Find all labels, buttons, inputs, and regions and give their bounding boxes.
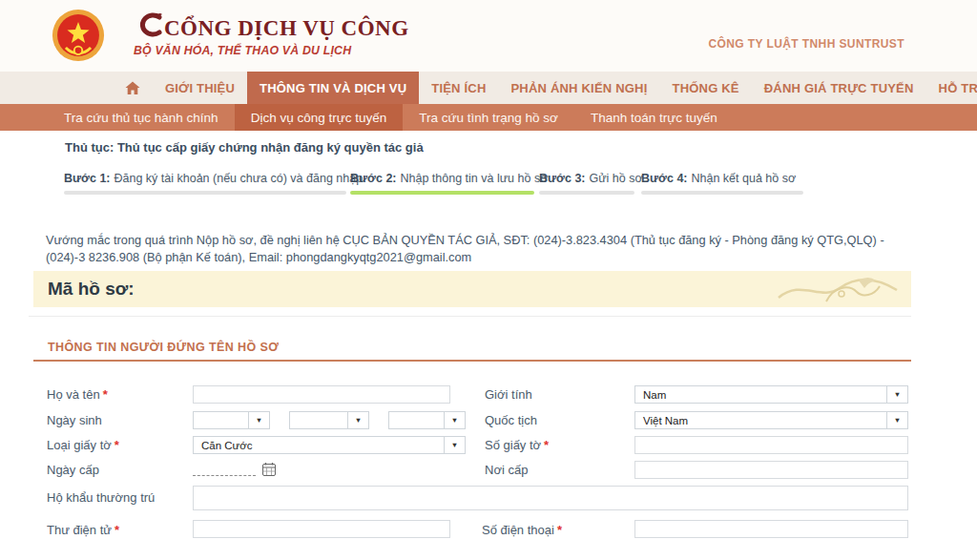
- nav-thong-ke[interactable]: THỐNG KÊ: [660, 72, 752, 104]
- doc-type-select[interactable]: Căn Cước ▼: [193, 436, 466, 454]
- permanent-address-label: Hộ khẩu thường trú: [47, 490, 155, 505]
- vietnam-emblem-icon: [52, 9, 105, 62]
- step-3-text: Gửi hồ sơ: [590, 172, 643, 185]
- decorative-bird-watermark-icon: [775, 273, 904, 305]
- site-title: CỔNG DỊCH VỤ CÔNG: [164, 17, 409, 39]
- step-2-text: Nhập thông tin và lưu hồ sơ: [401, 172, 549, 185]
- nationality-label: Quốc tịch: [485, 413, 537, 427]
- divider-line: [29, 316, 911, 317]
- step-2-label: Bước 2:: [350, 172, 397, 185]
- calendar-icon: [261, 462, 277, 477]
- required-mark: *: [103, 387, 108, 402]
- birth-year-select-value: [389, 412, 444, 428]
- step-3-bar: [539, 191, 634, 195]
- required-mark: *: [114, 438, 119, 452]
- birth-day-select[interactable]: ▼: [193, 411, 270, 429]
- chevron-down-icon[interactable]: ▼: [886, 412, 907, 428]
- nav-phan-anh-kien-nghi[interactable]: PHẢN ÁNH KIẾN NGHỊ: [499, 72, 660, 104]
- nav-thong-tin-va-dich-vu[interactable]: THÔNG TIN VÀ DỊCH VỤ: [247, 72, 419, 104]
- chevron-down-icon[interactable]: ▼: [444, 437, 465, 453]
- subnav-tra-cuu-tinh-trang[interactable]: Tra cứu tình trạng hồ sơ: [403, 104, 574, 131]
- issue-date-input[interactable]: [193, 461, 256, 476]
- birth-year-select[interactable]: ▼: [388, 411, 466, 429]
- birth-month-select[interactable]: ▼: [289, 411, 369, 429]
- gender-label: Giới tính: [485, 387, 532, 402]
- permanent-address-input[interactable]: [193, 486, 908, 510]
- subnav-tra-cuu-thu-tuc[interactable]: Tra cứu thủ tục hành chính: [48, 104, 235, 131]
- required-mark: *: [557, 523, 562, 537]
- subnav-thanh-toan-truc-tuyen[interactable]: Thanh toán trực tuyến: [574, 104, 734, 131]
- subnav-dich-vu-cong-truc-tuyen[interactable]: Dịch vụ công trực tuyến: [235, 104, 404, 131]
- home-icon: [125, 81, 140, 95]
- nationality-select[interactable]: Việt Nam ▼: [634, 411, 908, 429]
- required-mark: *: [544, 438, 549, 452]
- calendar-button[interactable]: [261, 462, 277, 477]
- phone-input[interactable]: [634, 520, 908, 538]
- nav-gioi-thieu[interactable]: GIỚI THIỆU: [153, 72, 247, 104]
- chevron-down-icon[interactable]: ▼: [886, 386, 907, 403]
- step-2-bar: [350, 191, 534, 195]
- chevron-down-icon[interactable]: ▼: [248, 412, 269, 428]
- step-1-bar: [64, 191, 346, 195]
- birth-day-select-value: [194, 412, 248, 428]
- nav-home[interactable]: [113, 72, 153, 104]
- email-input[interactable]: [193, 520, 450, 538]
- step-4-bar: [641, 191, 803, 195]
- full-name-label: Họ và tên*: [47, 387, 108, 402]
- doc-type-label: Loại giấy tờ*: [47, 438, 119, 452]
- header: CỔNG DỊCH VỤ CÔNG BỘ VĂN HÓA, THỂ THAO V…: [0, 0, 977, 72]
- nationality-select-value: Việt Nam: [635, 412, 886, 428]
- step-2: Bước 2:Nhập thông tin và lưu hồ sơ: [350, 172, 534, 185]
- site-subtitle: BỘ VĂN HÓA, THỂ THAO VÀ DU LỊCH: [134, 44, 409, 57]
- doc-number-label: Số giấy tờ*: [485, 438, 549, 452]
- site-brand[interactable]: CỔNG DỊCH VỤ CÔNG BỘ VĂN HÓA, THỂ THAO V…: [134, 12, 409, 57]
- nav-danh-gia-truc-tuyen[interactable]: ĐÁNH GIÁ TRỰC TUYẾN: [752, 72, 926, 104]
- step-1-text: Đăng ký tài khoản (nếu chưa có) và đăng …: [114, 172, 364, 185]
- national-emblem-logo[interactable]: [52, 9, 105, 62]
- chevron-down-icon[interactable]: ▼: [347, 412, 368, 428]
- gender-select[interactable]: Nam ▼: [634, 385, 908, 404]
- step-3: Bước 3:Gửi hồ sơ: [539, 172, 634, 185]
- nav-ho-tro[interactable]: HỖ TRỢ: [926, 72, 977, 104]
- full-name-input[interactable]: [193, 385, 450, 404]
- step-1: Bước 1:Đăng ký tài khoản (nếu chưa có) v…: [64, 172, 346, 185]
- section-rule: [33, 360, 911, 362]
- account-name[interactable]: CÔNG TY LUẬT TNHH SUNTRUST: [708, 37, 904, 51]
- phone-label: Số điện thoại*: [482, 523, 562, 537]
- chevron-down-icon[interactable]: ▼: [444, 412, 465, 428]
- issue-date-label: Ngày cấp: [47, 463, 99, 477]
- section-title: THÔNG TIN NGƯỜI ĐỨNG TÊN HỒ SƠ: [48, 341, 279, 354]
- sub-nav: Tra cứu thủ tục hành chính Dịch vụ công …: [0, 104, 977, 131]
- page: CỔNG DỊCH VỤ CÔNG BỘ VĂN HÓA, THỂ THAO V…: [0, 0, 977, 560]
- main-nav: GIỚI THIỆU THÔNG TIN VÀ DỊCH VỤ TIỆN ÍCH…: [0, 72, 977, 104]
- brand-bird-flourish-icon: [134, 12, 162, 37]
- dossier-code-band: Mã hồ sơ:: [33, 271, 911, 307]
- gender-select-value: Nam: [635, 386, 886, 403]
- issue-place-label: Nơi cấp: [485, 463, 528, 477]
- birth-month-select-value: [290, 412, 347, 428]
- birth-date-label: Ngày sinh: [47, 413, 102, 427]
- required-mark: *: [114, 523, 119, 537]
- doc-type-select-value: Căn Cước: [194, 437, 444, 453]
- step-4: Bước 4:Nhận kết quả hồ sơ: [641, 172, 803, 185]
- issue-place-input[interactable]: [634, 461, 908, 479]
- step-4-text: Nhận kết quả hồ sơ: [692, 172, 797, 185]
- dossier-code-label: Mã hồ sơ:: [48, 279, 135, 300]
- doc-number-input[interactable]: [634, 436, 908, 454]
- procedure-title: Thủ tục: Thủ tục cấp giấy chứng nhận đăn…: [65, 140, 424, 155]
- email-label: Thư điện tử*: [47, 523, 119, 537]
- contact-notice: Vướng mắc trong quá trình Nộp hồ sơ, đề …: [46, 232, 893, 266]
- step-4-label: Bước 4:: [641, 172, 688, 185]
- step-3-label: Bước 3:: [539, 172, 586, 185]
- nav-tien-ich[interactable]: TIỆN ÍCH: [419, 72, 498, 104]
- step-1-label: Bước 1:: [64, 172, 111, 185]
